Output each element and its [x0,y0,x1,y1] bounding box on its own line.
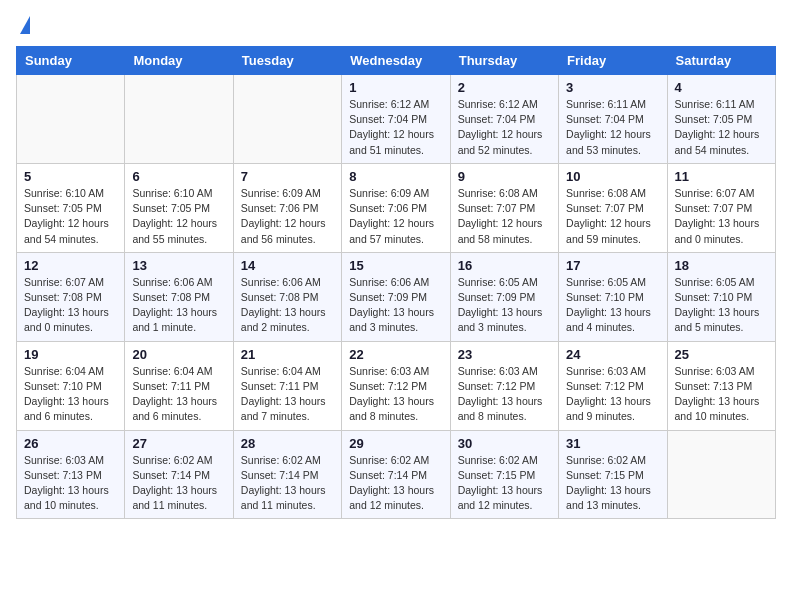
day-info: Sunrise: 6:06 AM Sunset: 7:08 PM Dayligh… [241,275,334,336]
day-info: Sunrise: 6:05 AM Sunset: 7:10 PM Dayligh… [566,275,659,336]
calendar: SundayMondayTuesdayWednesdayThursdayFrid… [16,46,776,519]
day-cell: 22Sunrise: 6:03 AM Sunset: 7:12 PM Dayli… [342,341,450,430]
day-number: 23 [458,347,551,362]
day-cell: 2Sunrise: 6:12 AM Sunset: 7:04 PM Daylig… [450,75,558,164]
day-number: 3 [566,80,659,95]
day-info: Sunrise: 6:10 AM Sunset: 7:05 PM Dayligh… [24,186,117,247]
day-cell: 23Sunrise: 6:03 AM Sunset: 7:12 PM Dayli… [450,341,558,430]
day-cell: 4Sunrise: 6:11 AM Sunset: 7:05 PM Daylig… [667,75,775,164]
logo-arrow-icon [20,16,30,34]
day-number: 4 [675,80,768,95]
day-info: Sunrise: 6:03 AM Sunset: 7:12 PM Dayligh… [349,364,442,425]
day-cell: 6Sunrise: 6:10 AM Sunset: 7:05 PM Daylig… [125,163,233,252]
day-info: Sunrise: 6:12 AM Sunset: 7:04 PM Dayligh… [458,97,551,158]
day-cell: 11Sunrise: 6:07 AM Sunset: 7:07 PM Dayli… [667,163,775,252]
weekday-header-wednesday: Wednesday [342,47,450,75]
day-number: 29 [349,436,442,451]
day-cell [667,430,775,519]
day-cell [17,75,125,164]
day-number: 6 [132,169,225,184]
day-cell: 10Sunrise: 6:08 AM Sunset: 7:07 PM Dayli… [559,163,667,252]
day-info: Sunrise: 6:05 AM Sunset: 7:09 PM Dayligh… [458,275,551,336]
weekday-header-row: SundayMondayTuesdayWednesdayThursdayFrid… [17,47,776,75]
weekday-header-tuesday: Tuesday [233,47,341,75]
day-cell: 18Sunrise: 6:05 AM Sunset: 7:10 PM Dayli… [667,252,775,341]
day-cell [125,75,233,164]
day-cell: 8Sunrise: 6:09 AM Sunset: 7:06 PM Daylig… [342,163,450,252]
weekday-header-friday: Friday [559,47,667,75]
weekday-header-sunday: Sunday [17,47,125,75]
week-row-4: 19Sunrise: 6:04 AM Sunset: 7:10 PM Dayli… [17,341,776,430]
day-cell: 16Sunrise: 6:05 AM Sunset: 7:09 PM Dayli… [450,252,558,341]
day-number: 24 [566,347,659,362]
day-info: Sunrise: 6:06 AM Sunset: 7:08 PM Dayligh… [132,275,225,336]
logo [16,16,30,34]
day-number: 1 [349,80,442,95]
day-cell: 27Sunrise: 6:02 AM Sunset: 7:14 PM Dayli… [125,430,233,519]
day-cell: 14Sunrise: 6:06 AM Sunset: 7:08 PM Dayli… [233,252,341,341]
day-cell: 31Sunrise: 6:02 AM Sunset: 7:15 PM Dayli… [559,430,667,519]
day-number: 27 [132,436,225,451]
day-number: 2 [458,80,551,95]
day-number: 31 [566,436,659,451]
weekday-header-monday: Monday [125,47,233,75]
day-info: Sunrise: 6:03 AM Sunset: 7:12 PM Dayligh… [566,364,659,425]
day-number: 16 [458,258,551,273]
day-number: 5 [24,169,117,184]
day-info: Sunrise: 6:03 AM Sunset: 7:12 PM Dayligh… [458,364,551,425]
day-info: Sunrise: 6:05 AM Sunset: 7:10 PM Dayligh… [675,275,768,336]
day-info: Sunrise: 6:04 AM Sunset: 7:11 PM Dayligh… [241,364,334,425]
week-row-2: 5Sunrise: 6:10 AM Sunset: 7:05 PM Daylig… [17,163,776,252]
day-number: 10 [566,169,659,184]
day-cell: 29Sunrise: 6:02 AM Sunset: 7:14 PM Dayli… [342,430,450,519]
day-info: Sunrise: 6:09 AM Sunset: 7:06 PM Dayligh… [349,186,442,247]
day-cell: 12Sunrise: 6:07 AM Sunset: 7:08 PM Dayli… [17,252,125,341]
weekday-header-saturday: Saturday [667,47,775,75]
day-cell: 25Sunrise: 6:03 AM Sunset: 7:13 PM Dayli… [667,341,775,430]
day-info: Sunrise: 6:06 AM Sunset: 7:09 PM Dayligh… [349,275,442,336]
day-cell: 7Sunrise: 6:09 AM Sunset: 7:06 PM Daylig… [233,163,341,252]
day-info: Sunrise: 6:02 AM Sunset: 7:14 PM Dayligh… [241,453,334,514]
day-cell: 3Sunrise: 6:11 AM Sunset: 7:04 PM Daylig… [559,75,667,164]
day-cell: 5Sunrise: 6:10 AM Sunset: 7:05 PM Daylig… [17,163,125,252]
day-info: Sunrise: 6:02 AM Sunset: 7:15 PM Dayligh… [566,453,659,514]
day-cell: 20Sunrise: 6:04 AM Sunset: 7:11 PM Dayli… [125,341,233,430]
day-cell: 26Sunrise: 6:03 AM Sunset: 7:13 PM Dayli… [17,430,125,519]
day-number: 14 [241,258,334,273]
day-number: 9 [458,169,551,184]
day-info: Sunrise: 6:08 AM Sunset: 7:07 PM Dayligh… [566,186,659,247]
day-info: Sunrise: 6:10 AM Sunset: 7:05 PM Dayligh… [132,186,225,247]
day-cell: 15Sunrise: 6:06 AM Sunset: 7:09 PM Dayli… [342,252,450,341]
day-number: 19 [24,347,117,362]
day-info: Sunrise: 6:04 AM Sunset: 7:10 PM Dayligh… [24,364,117,425]
day-info: Sunrise: 6:11 AM Sunset: 7:05 PM Dayligh… [675,97,768,158]
day-cell: 13Sunrise: 6:06 AM Sunset: 7:08 PM Dayli… [125,252,233,341]
day-cell: 21Sunrise: 6:04 AM Sunset: 7:11 PM Dayli… [233,341,341,430]
day-cell: 9Sunrise: 6:08 AM Sunset: 7:07 PM Daylig… [450,163,558,252]
day-number: 28 [241,436,334,451]
day-cell: 24Sunrise: 6:03 AM Sunset: 7:12 PM Dayli… [559,341,667,430]
day-number: 26 [24,436,117,451]
day-number: 21 [241,347,334,362]
week-row-3: 12Sunrise: 6:07 AM Sunset: 7:08 PM Dayli… [17,252,776,341]
day-number: 17 [566,258,659,273]
header [16,16,776,34]
day-info: Sunrise: 6:09 AM Sunset: 7:06 PM Dayligh… [241,186,334,247]
day-number: 30 [458,436,551,451]
day-info: Sunrise: 6:08 AM Sunset: 7:07 PM Dayligh… [458,186,551,247]
day-number: 18 [675,258,768,273]
day-cell: 28Sunrise: 6:02 AM Sunset: 7:14 PM Dayli… [233,430,341,519]
day-info: Sunrise: 6:03 AM Sunset: 7:13 PM Dayligh… [675,364,768,425]
day-info: Sunrise: 6:02 AM Sunset: 7:14 PM Dayligh… [349,453,442,514]
day-number: 8 [349,169,442,184]
day-info: Sunrise: 6:04 AM Sunset: 7:11 PM Dayligh… [132,364,225,425]
day-info: Sunrise: 6:11 AM Sunset: 7:04 PM Dayligh… [566,97,659,158]
day-number: 22 [349,347,442,362]
day-info: Sunrise: 6:02 AM Sunset: 7:14 PM Dayligh… [132,453,225,514]
day-info: Sunrise: 6:07 AM Sunset: 7:08 PM Dayligh… [24,275,117,336]
day-cell [233,75,341,164]
day-number: 7 [241,169,334,184]
day-info: Sunrise: 6:03 AM Sunset: 7:13 PM Dayligh… [24,453,117,514]
week-row-1: 1Sunrise: 6:12 AM Sunset: 7:04 PM Daylig… [17,75,776,164]
day-number: 25 [675,347,768,362]
